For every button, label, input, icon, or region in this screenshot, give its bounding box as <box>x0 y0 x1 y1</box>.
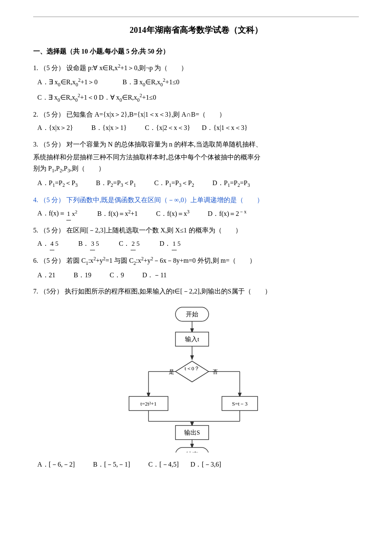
q6-opt-d: D．－11 <box>136 269 167 281</box>
q7-opt-a: A．[－6,－2] <box>37 458 75 471</box>
q7-score: （5分） <box>40 288 63 295</box>
top-divider <box>33 17 359 17</box>
q2-opt-c: C．{x|2＜x＜3} <box>138 122 190 134</box>
q7-opt-b: B．[－5,－1] <box>86 458 130 471</box>
q7-opt-c: C．[－4,5] <box>142 458 179 471</box>
q3-opt-b: B．P2=P3＜P1 <box>89 177 136 190</box>
question-4: 4. （5 分） 下列函数中,既是偶函数又在区间（－∞,0）上单调递增的是（ ）… <box>33 194 359 220</box>
q6-options: A．21 B．19 C．9 D．－11 <box>37 269 359 281</box>
q6-text: 6. （5 分） 若圆 C1:x2+y2=1 与圆 C2:x2+y2－6x－8y… <box>33 254 359 267</box>
question-6: 6. （5 分） 若圆 C1:x2+y2=1 与圆 C2:x2+y2－6x－8y… <box>33 254 359 281</box>
q5-opt-b: B．35 <box>72 237 101 250</box>
q4-opt-d: D．f(x)＝2－x <box>201 207 247 220</box>
q2-score: （5 分） <box>40 111 65 118</box>
q3-opt-c: C．P1=P3＜P2 <box>148 177 194 190</box>
q1-opt-a: A．∃ x0∈R,x02+1＞0 <box>37 76 97 89</box>
q3-text2: 系统抽样和分层抽样三种不同方法抽取样本时,总体中每个个体被抽中的概率分 <box>33 152 359 163</box>
flowchart-container: 开始 输入t t＜0？ 是 否 <box>33 303 359 452</box>
page-title: 2014年湖南省高考数学试卷（文科） <box>33 24 359 36</box>
q3-opt-a: A．P1=P2＜P3 <box>37 177 78 190</box>
q3-options: A．P1=P2＜P3 B．P2=P3＜P1 C．P1=P3＜P2 D．P1=P2… <box>37 177 359 190</box>
q1-text: 1. （5 分） 设命题 p:∀ x∈R,x2+1＞0,则¬p 为（ ） <box>33 62 359 74</box>
q2-opt-d: D．{x|1＜x＜3} <box>202 122 248 134</box>
flowchart-svg: 开始 输入t t＜0？ 是 否 <box>122 303 271 452</box>
q6-opt-a: A．21 <box>37 269 56 281</box>
q1-number: 1. <box>33 64 38 71</box>
q2-opt-a: A．{x|x＞2} <box>37 122 73 134</box>
q5-opt-c: C．25 <box>112 237 141 250</box>
q6-opt-c: C．9 <box>103 269 124 281</box>
svg-marker-6 <box>175 361 209 382</box>
q5-opt-a: A．45 <box>37 237 60 250</box>
q5-score: （5 分） <box>40 227 65 234</box>
q7-text: 7. （5分） 执行如图所示的程序框图,如果输入的t∈[－2,2],则输出的S属… <box>33 286 359 297</box>
q5-text: 5. （5 分） 在区间[－2,3]上随机选取一个数 X,则 X≤1 的概率为（… <box>33 225 359 236</box>
q5-number: 5. <box>33 227 38 234</box>
q2-options: A．{x|x＞2} B．{x|x＞1} C．{x|2＜x＜3} D．{x|1＜x… <box>37 122 359 134</box>
q7-number: 7. <box>33 288 38 295</box>
q7-options: A．[－6,－2] B．[－5,－1] C．[－4,5] D．[－3,6] <box>37 458 359 471</box>
q1-score: （5 分） <box>40 64 65 71</box>
q1-opt-b: B．∃ x0∈R,x02+1≤0 <box>109 76 179 89</box>
q4-number: 4. <box>33 196 38 203</box>
svg-text:输入t: 输入t <box>185 336 199 342</box>
q6-score: （5 分） <box>40 257 65 264</box>
question-7: 7. （5分） 执行如图所示的程序框图,如果输入的t∈[－2,2],则输出的S属… <box>33 286 359 471</box>
q2-text: 2. （5 分） 已知集合 A={x|x＞2},B={x|1＜x＜3},则 A∩… <box>33 109 359 120</box>
q1-options2: C．∃ x0∈R,x02+1＜0 D．∀ x0∈R,x02+1≤0 <box>37 91 359 105</box>
q4-opt-c: C．f(x)＝x3 <box>149 207 190 220</box>
svg-text:结束: 结束 <box>186 451 198 452</box>
question-3: 3. （5 分） 对一个容量为 N 的总体抽取容量为 n 的样本,当选取简单随机… <box>33 139 359 190</box>
q6-number: 6. <box>33 257 38 264</box>
q6-opt-b: B．19 <box>67 269 92 281</box>
q4-opt-b: B．f(x)＝x2+1 <box>90 207 138 220</box>
q3-opt-d: D．P1=P2=P3 <box>206 177 250 190</box>
q4-options: A．f(x)＝1x2 B．f(x)＝x2+1 C．f(x)＝x3 D．f(x)＝… <box>37 207 359 220</box>
q4-opt-a: A．f(x)＝1x2 <box>37 207 79 220</box>
question-5: 5. （5 分） 在区间[－2,3]上随机选取一个数 X,则 X≤1 的概率为（… <box>33 225 359 250</box>
q3-score: （5 分） <box>40 141 65 148</box>
question-1: 1. （5 分） 设命题 p:∀ x∈R,x2+1＞0,则¬p 为（ ） A．∃… <box>33 62 359 105</box>
q7-opt-d: D．[－3,6] <box>190 458 221 471</box>
svg-text:S=t－3: S=t－3 <box>232 401 248 407</box>
section-header: 一、选择题（共 10 小题,每小题 5 分,共 50 分） <box>33 47 359 56</box>
q2-opt-b: B．{x|x＞1} <box>85 122 127 134</box>
q2-number: 2. <box>33 111 38 118</box>
q5-opt-d: D．15 <box>153 237 182 250</box>
q4-score: （5 分） <box>40 196 65 203</box>
svg-text:开始: 开始 <box>186 311 198 318</box>
q3-number: 3. <box>33 141 38 148</box>
q5-options: A．45 B．35 C．25 D．15 <box>37 237 359 250</box>
svg-text:输出S: 输出S <box>184 429 200 436</box>
q1-opt-c: C．∃ x0∈R,x02+1＜0 D．∀ x0∈R,x02+1≤0 <box>37 91 156 105</box>
svg-text:t=2t²+1: t=2t²+1 <box>140 401 156 407</box>
q1-options: A．∃ x0∈R,x02+1＞0 B．∃ x0∈R,x02+1≤0 <box>37 76 359 89</box>
question-2: 2. （5 分） 已知集合 A={x|x＞2},B={x|1＜x＜3},则 A∩… <box>33 109 359 134</box>
q4-text: 4. （5 分） 下列函数中,既是偶函数又在区间（－∞,0）上单调递增的是（ ） <box>33 194 359 205</box>
q3-text: 3. （5 分） 对一个容量为 N 的总体抽取容量为 n 的样本,当选取简单随机… <box>33 139 359 150</box>
q3-text3: 别为 P1,P2,P3,则（ ） <box>33 163 359 175</box>
svg-text:t＜0？: t＜0？ <box>184 365 199 372</box>
